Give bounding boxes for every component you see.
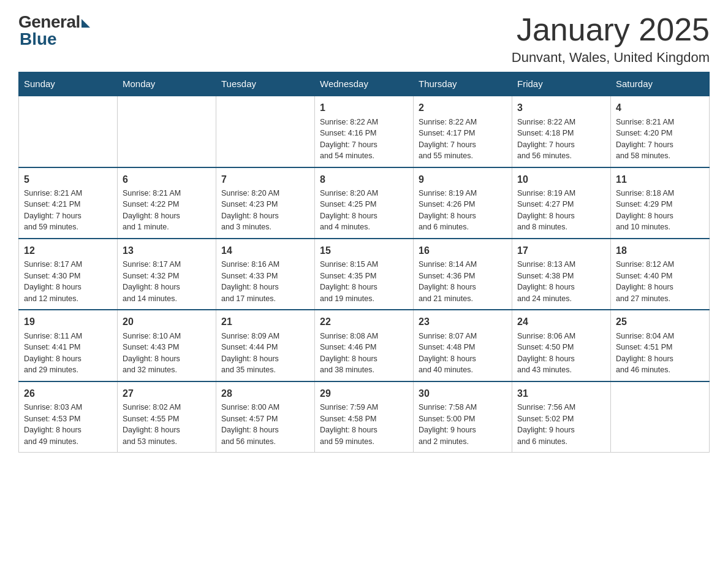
day-number: 28 [221, 387, 309, 400]
calendar-week-row: 5Sunrise: 8:21 AMSunset: 4:21 PMDaylight… [19, 167, 710, 239]
day-info: Sunrise: 8:17 AMSunset: 4:30 PMDaylight:… [24, 260, 82, 303]
day-info: Sunrise: 8:17 AMSunset: 4:32 PMDaylight:… [123, 260, 181, 303]
calendar-day-24: 24Sunrise: 8:06 AMSunset: 4:50 PMDayligh… [512, 310, 611, 381]
day-number: 30 [419, 387, 507, 400]
calendar-day-16: 16Sunrise: 8:14 AMSunset: 4:36 PMDayligh… [414, 239, 512, 310]
day-info: Sunrise: 8:21 AMSunset: 4:21 PMDaylight:… [24, 189, 82, 232]
calendar-header-row: SundayMondayTuesdayWednesdayThursdayFrid… [19, 72, 710, 96]
day-number: 21 [221, 315, 309, 329]
day-info: Sunrise: 7:56 AMSunset: 5:02 PMDaylight:… [517, 403, 575, 446]
day-number: 18 [616, 244, 704, 258]
day-number: 25 [616, 315, 704, 329]
calendar-table: SundayMondayTuesdayWednesdayThursdayFrid… [18, 72, 710, 453]
day-info: Sunrise: 7:59 AMSunset: 4:58 PMDaylight:… [320, 403, 378, 446]
calendar-day-7: 7Sunrise: 8:20 AMSunset: 4:23 PMDaylight… [216, 167, 315, 239]
calendar-empty-cell [216, 96, 315, 167]
day-info: Sunrise: 8:14 AMSunset: 4:36 PMDaylight:… [419, 260, 477, 303]
day-info: Sunrise: 8:12 AMSunset: 4:40 PMDaylight:… [616, 260, 674, 303]
calendar-header-wednesday: Wednesday [315, 72, 414, 96]
day-info: Sunrise: 8:22 AMSunset: 4:17 PMDaylight:… [419, 118, 477, 161]
logo-arrow-icon [82, 19, 90, 28]
calendar-week-row: 26Sunrise: 8:03 AMSunset: 4:53 PMDayligh… [19, 381, 710, 453]
calendar-week-row: 19Sunrise: 8:11 AMSunset: 4:41 PMDayligh… [19, 310, 710, 381]
day-info: Sunrise: 8:00 AMSunset: 4:57 PMDaylight:… [221, 403, 279, 446]
page-header: General Blue January 2025 Dunvant, Wales… [18, 12, 710, 66]
day-number: 27 [123, 387, 211, 400]
day-number: 3 [517, 101, 605, 115]
calendar-header-saturday: Saturday [611, 72, 710, 96]
day-number: 12 [24, 244, 112, 258]
day-info: Sunrise: 8:21 AMSunset: 4:20 PMDaylight:… [616, 118, 674, 161]
day-number: 31 [517, 387, 605, 400]
day-info: Sunrise: 8:08 AMSunset: 4:46 PMDaylight:… [320, 332, 378, 375]
day-number: 24 [517, 315, 605, 329]
calendar-empty-cell [19, 96, 118, 167]
day-info: Sunrise: 8:20 AMSunset: 4:25 PMDaylight:… [320, 189, 378, 232]
calendar-day-20: 20Sunrise: 8:10 AMSunset: 4:43 PMDayligh… [118, 310, 216, 381]
day-info: Sunrise: 8:15 AMSunset: 4:35 PMDaylight:… [320, 260, 378, 303]
day-number: 7 [221, 173, 309, 186]
day-info: Sunrise: 8:19 AMSunset: 4:26 PMDaylight:… [419, 189, 477, 232]
day-number: 17 [517, 244, 605, 258]
day-number: 11 [616, 173, 704, 186]
calendar-day-23: 23Sunrise: 8:07 AMSunset: 4:48 PMDayligh… [414, 310, 512, 381]
day-number: 2 [419, 101, 507, 115]
day-number: 26 [24, 387, 112, 400]
calendar-day-2: 2Sunrise: 8:22 AMSunset: 4:17 PMDaylight… [414, 96, 512, 167]
calendar-week-row: 1Sunrise: 8:22 AMSunset: 4:16 PMDaylight… [19, 96, 710, 167]
calendar-header-sunday: Sunday [19, 72, 118, 96]
day-number: 1 [320, 101, 408, 115]
calendar-day-30: 30Sunrise: 7:58 AMSunset: 5:00 PMDayligh… [414, 381, 512, 453]
day-number: 22 [320, 315, 408, 329]
day-number: 20 [123, 315, 211, 329]
day-number: 5 [24, 173, 112, 186]
calendar-day-17: 17Sunrise: 8:13 AMSunset: 4:38 PMDayligh… [512, 239, 611, 310]
day-info: Sunrise: 8:02 AMSunset: 4:55 PMDaylight:… [123, 403, 181, 446]
calendar-day-5: 5Sunrise: 8:21 AMSunset: 4:21 PMDaylight… [19, 167, 118, 239]
logo-blue-text: Blue [20, 29, 57, 49]
day-number: 29 [320, 387, 408, 400]
day-info: Sunrise: 8:07 AMSunset: 4:48 PMDaylight:… [419, 332, 477, 375]
calendar-day-13: 13Sunrise: 8:17 AMSunset: 4:32 PMDayligh… [118, 239, 216, 310]
day-info: Sunrise: 7:58 AMSunset: 5:00 PMDaylight:… [419, 403, 477, 446]
day-number: 23 [419, 315, 507, 329]
calendar-day-4: 4Sunrise: 8:21 AMSunset: 4:20 PMDaylight… [611, 96, 710, 167]
day-info: Sunrise: 8:06 AMSunset: 4:50 PMDaylight:… [517, 332, 575, 375]
logo: General Blue [18, 12, 90, 49]
calendar-day-8: 8Sunrise: 8:20 AMSunset: 4:25 PMDaylight… [315, 167, 414, 239]
calendar-empty-cell [118, 96, 216, 167]
calendar-day-28: 28Sunrise: 8:00 AMSunset: 4:57 PMDayligh… [216, 381, 315, 453]
calendar-day-18: 18Sunrise: 8:12 AMSunset: 4:40 PMDayligh… [611, 239, 710, 310]
day-number: 14 [221, 244, 309, 258]
calendar-header-friday: Friday [512, 72, 611, 96]
day-number: 9 [419, 173, 507, 186]
day-info: Sunrise: 8:16 AMSunset: 4:33 PMDaylight:… [221, 260, 279, 303]
calendar-day-15: 15Sunrise: 8:15 AMSunset: 4:35 PMDayligh… [315, 239, 414, 310]
calendar-day-29: 29Sunrise: 7:59 AMSunset: 4:58 PMDayligh… [315, 381, 414, 453]
calendar-empty-cell [611, 381, 710, 453]
calendar-header-tuesday: Tuesday [216, 72, 315, 96]
day-info: Sunrise: 8:09 AMSunset: 4:44 PMDaylight:… [221, 332, 279, 375]
calendar-week-row: 12Sunrise: 8:17 AMSunset: 4:30 PMDayligh… [19, 239, 710, 310]
day-info: Sunrise: 8:22 AMSunset: 4:18 PMDaylight:… [517, 118, 575, 161]
day-info: Sunrise: 8:13 AMSunset: 4:38 PMDaylight:… [517, 260, 575, 303]
day-number: 8 [320, 173, 408, 186]
calendar-day-21: 21Sunrise: 8:09 AMSunset: 4:44 PMDayligh… [216, 310, 315, 381]
calendar-day-3: 3Sunrise: 8:22 AMSunset: 4:18 PMDaylight… [512, 96, 611, 167]
calendar-day-10: 10Sunrise: 8:19 AMSunset: 4:27 PMDayligh… [512, 167, 611, 239]
day-number: 10 [517, 173, 605, 186]
calendar-day-19: 19Sunrise: 8:11 AMSunset: 4:41 PMDayligh… [19, 310, 118, 381]
calendar-header-monday: Monday [118, 72, 216, 96]
day-info: Sunrise: 8:10 AMSunset: 4:43 PMDaylight:… [123, 332, 181, 375]
calendar-day-14: 14Sunrise: 8:16 AMSunset: 4:33 PMDayligh… [216, 239, 315, 310]
day-info: Sunrise: 8:03 AMSunset: 4:53 PMDaylight:… [24, 403, 82, 446]
day-info: Sunrise: 8:22 AMSunset: 4:16 PMDaylight:… [320, 118, 378, 161]
day-number: 6 [123, 173, 211, 186]
calendar-day-6: 6Sunrise: 8:21 AMSunset: 4:22 PMDaylight… [118, 167, 216, 239]
day-info: Sunrise: 8:18 AMSunset: 4:29 PMDaylight:… [616, 189, 674, 232]
day-number: 19 [24, 315, 112, 329]
day-info: Sunrise: 8:21 AMSunset: 4:22 PMDaylight:… [123, 189, 181, 232]
calendar-day-22: 22Sunrise: 8:08 AMSunset: 4:46 PMDayligh… [315, 310, 414, 381]
calendar-day-12: 12Sunrise: 8:17 AMSunset: 4:30 PMDayligh… [19, 239, 118, 310]
day-info: Sunrise: 8:20 AMSunset: 4:23 PMDaylight:… [221, 189, 279, 232]
